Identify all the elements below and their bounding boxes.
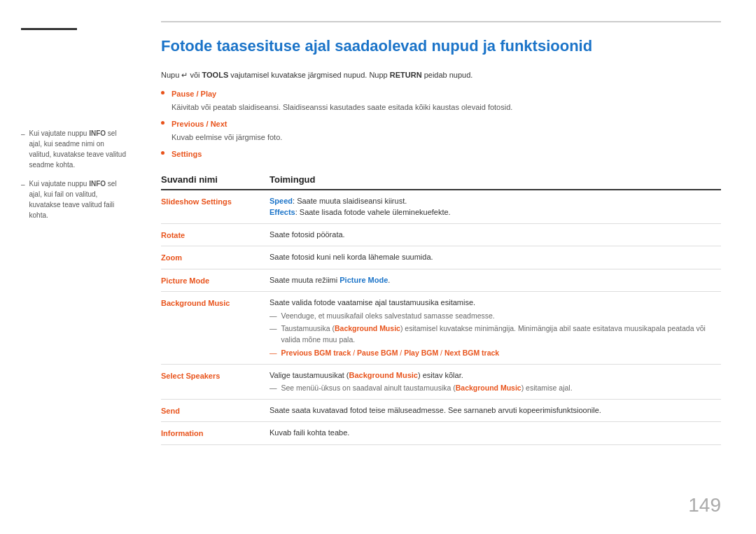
sidebar-accent-line	[21, 28, 77, 30]
intro-paragraph: Nupu ↵ või TOOLS vajutamisel kuvatakse j…	[161, 69, 721, 82]
row-content-send: Saate saata kuvatavad fotod teise mäluse…	[270, 399, 721, 422]
col-header-name: Suvandi nimi	[161, 170, 270, 190]
bgm-subnote-3: — Previous BGM track / Pause BGM / Play …	[270, 348, 714, 359]
top-divider	[161, 21, 721, 22]
row-content-information: Kuvab faili kohta teabe.	[270, 422, 721, 445]
row-name-information: Information	[161, 422, 270, 445]
bullet-dot-3	[161, 151, 164, 155]
bullet-content-3: Settings	[172, 148, 202, 160]
bullet-desc-pause-play: Käivitab või peatab slaidiseansi. Slaidi…	[172, 101, 512, 113]
col-header-toimingud: Toimingud	[270, 170, 721, 190]
row-name-bgm: Background Music	[161, 292, 270, 365]
bullet-content-2: Previous / Next Kuvab eelmise või järgmi…	[172, 118, 282, 143]
row-name-rotate: Rotate	[161, 223, 270, 246]
bullet-item-pause-play: Pause / Play Käivitab või peatab slaidis…	[161, 88, 721, 113]
bullet-label-pause-play: Pause / Play	[172, 90, 216, 98]
sidebar-note-2-text: Kui vajutate nuppu INFO sel ajal, kui fa…	[29, 178, 126, 220]
bullet-desc-prev-next: Kuvab eelmise või järgmise foto.	[172, 132, 282, 143]
table-row-select-speakers: Select Speakers Valige taustamuusikat (B…	[161, 364, 721, 399]
row-content-select-speakers: Valige taustamuusikat (Background Music)…	[270, 364, 721, 399]
bullet-dot-2	[161, 121, 164, 125]
sidebar-note-1-text: Kui vajutate nuppu INFO sel ajal, kui se…	[29, 128, 126, 170]
sidebar: – Kui vajutate nuppu INFO sel ajal, kui …	[0, 0, 140, 534]
main-content: Fotode taasesituse ajal saadaolevad nupu…	[140, 0, 756, 534]
table-row-picture-mode: Picture Mode Saate muuta režiimi Picture…	[161, 269, 721, 292]
row-name-zoom: Zoom	[161, 246, 270, 269]
sidebar-notes: – Kui vajutate nuppu INFO sel ajal, kui …	[21, 128, 126, 220]
sidebar-note-1: – Kui vajutate nuppu INFO sel ajal, kui …	[21, 128, 126, 170]
bullet-label-prev-next: Previous / Next	[172, 120, 227, 128]
bullet-item-prev-next: Previous / Next Kuvab eelmise või järgmi…	[161, 118, 721, 143]
bullet-content-1: Pause / Play Käivitab või peatab slaidis…	[172, 88, 512, 113]
row-content-bgm: Saate valida fotode vaatamise ajal taust…	[270, 292, 721, 365]
row-name-picture-mode: Picture Mode	[161, 269, 270, 292]
table-row-information: Information Kuvab faili kohta teabe.	[161, 422, 721, 445]
row-content-picture-mode: Saate muuta režiimi Picture Mode.	[270, 269, 721, 292]
speakers-subnote: — See menüü-üksus on saadaval ainult tau…	[270, 383, 714, 394]
bullet-item-settings: Settings	[161, 148, 721, 160]
bullet-dot-1	[161, 91, 164, 94]
row-name-slideshow: Slideshow Settings	[161, 190, 270, 224]
bullet-list: Pause / Play Käivitab või peatab slaidis…	[161, 88, 721, 160]
table-row-bgm: Background Music Saate valida fotode vaa…	[161, 292, 721, 365]
table-header-row: Suvandi nimi Toimingud	[161, 170, 721, 190]
bgm-subnote-1: — Veenduge, et muusikafail oleks salvest…	[270, 311, 714, 322]
sidebar-note-dash: –	[21, 129, 25, 139]
row-content-zoom: Saate fotosid kuni neli korda lähemale s…	[270, 246, 721, 269]
row-content-rotate: Saate fotosid pöörata.	[270, 223, 721, 246]
table-row-rotate: Rotate Saate fotosid pöörata.	[161, 223, 721, 246]
sidebar-note-2: – Kui vajutate nuppu INFO sel ajal, kui …	[21, 178, 126, 220]
page-title: Fotode taasesituse ajal saadaolevad nupu…	[161, 36, 721, 57]
page-number: 149	[688, 494, 721, 517]
row-name-send: Send	[161, 399, 270, 422]
row-content-slideshow: Speed: Saate muuta slaidiseansi kiirust.…	[270, 190, 721, 224]
sidebar-note-2-dash: –	[21, 179, 25, 190]
features-table: Suvandi nimi Toimingud Slideshow Setting…	[161, 170, 721, 445]
table-row-send: Send Saate saata kuvatavad fotod teise m…	[161, 399, 721, 422]
row-name-select-speakers: Select Speakers	[161, 364, 270, 399]
bullet-label-settings: Settings	[172, 150, 202, 158]
table-row-zoom: Zoom Saate fotosid kuni neli korda lähem…	[161, 246, 721, 269]
bgm-subnote-2: — Taustamuusika (Background Music) esita…	[270, 323, 714, 346]
table-row-slideshow: Slideshow Settings Speed: Saate muuta sl…	[161, 190, 721, 224]
